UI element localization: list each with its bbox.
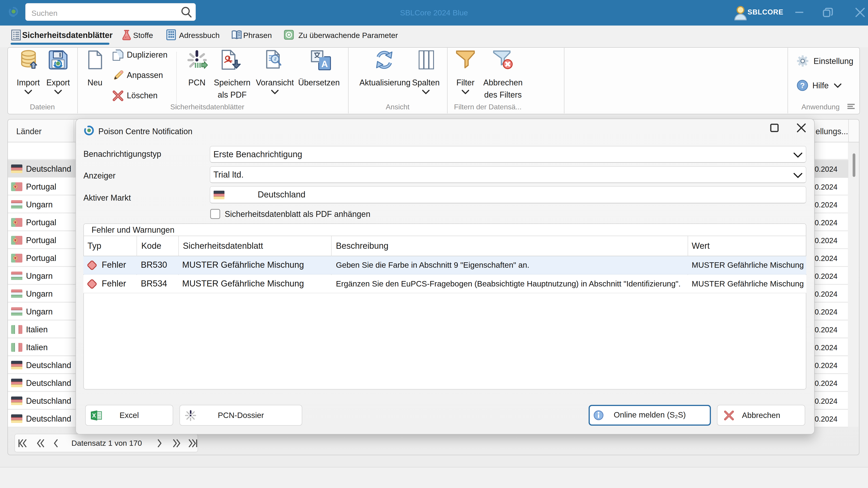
svg-text:?: ?	[800, 81, 805, 90]
svg-text:A: A	[321, 59, 328, 69]
